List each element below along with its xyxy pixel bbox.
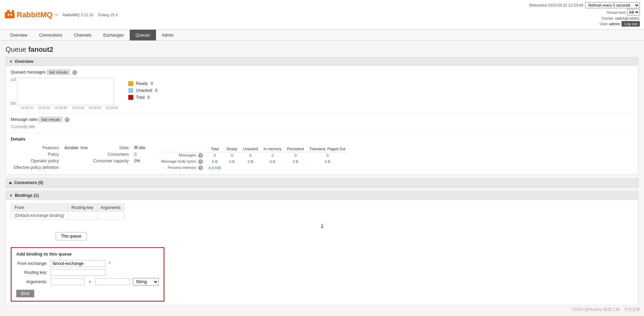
- stats-messages-persistent: 0: [284, 152, 307, 159]
- from-exchange-row: From exchange: *: [16, 260, 159, 267]
- effective-policy-value: [62, 164, 90, 171]
- time-range-badge[interactable]: last minute: [47, 69, 70, 75]
- legend-ready: Ready 0: [128, 81, 157, 86]
- top-right: Refreshed 2023-03-22 21:53:09 Refresh ev…: [529, 2, 640, 27]
- messages-help-icon[interactable]: ?: [198, 153, 203, 158]
- cluster-row: Cluster rabbit@rabbit1: [529, 16, 640, 20]
- nav-exchanges[interactable]: Exchanges: [97, 30, 129, 40]
- stats-processmem-ready: [224, 165, 240, 171]
- svg-rect-0: [5, 12, 15, 18]
- stats-table: Total Ready Unacked In memory Persistent…: [158, 146, 348, 171]
- nav-connections[interactable]: Connections: [33, 30, 68, 40]
- stats-row-process-memory: Process memory ? 6.8 KiB: [158, 165, 348, 171]
- arguments-type-select[interactable]: String Number Boolean: [133, 278, 159, 286]
- bindings-table: From Routing key Arguments (Default exch…: [11, 203, 125, 220]
- operator-policy-value: [62, 158, 90, 164]
- chart-y-bottom: 0.0: [11, 102, 16, 105]
- details-label: Details: [11, 136, 633, 142]
- overview-section: ▼ Overview Queued messages last minute ?…: [6, 57, 638, 175]
- navbar: Overview Connections Channels Exchanges …: [0, 30, 644, 41]
- arguments-val-input[interactable]: [95, 278, 130, 285]
- bodybytes-help-icon[interactable]: ?: [198, 159, 203, 164]
- stats-messages-transient: 0: [307, 152, 348, 159]
- stats-processmem-total: 6.8 KiB: [206, 165, 223, 171]
- operator-policy-label: Operator policy: [11, 158, 62, 164]
- stats-col-unacked: Unacked: [240, 146, 261, 152]
- chart-x-label-4: 21:52:40: [72, 106, 84, 109]
- svg-rect-4: [10, 14, 12, 16]
- overview-section-header[interactable]: ▼ Overview: [6, 57, 638, 66]
- stats-col-persistent: Persistent: [284, 146, 307, 152]
- chart-y-top: 1.0: [11, 78, 16, 82]
- nav-overview[interactable]: Overview: [4, 30, 33, 40]
- logo-tm: TM: [54, 13, 58, 17]
- features-label: Features: [11, 144, 62, 151]
- logo: RabbitMQ TM: [4, 9, 58, 20]
- consumers-section: ▶ Consumers (0): [6, 178, 638, 188]
- arguments-key-input[interactable]: [50, 278, 85, 285]
- logout-button[interactable]: Log out: [622, 21, 640, 27]
- stats-messages-total: 0: [206, 152, 223, 159]
- binding-arrow-icon: ⇓: [11, 222, 633, 230]
- nav-queues[interactable]: Queues: [130, 30, 156, 40]
- page-title: Queue fanout2: [6, 46, 638, 54]
- stats-messages-inmemory: 0: [261, 152, 284, 159]
- vhost-select[interactable]: All: [627, 9, 640, 16]
- legend-total-color-icon: [128, 95, 133, 100]
- chart-x-label-3: 21:52:30: [55, 106, 67, 109]
- consumer-capacity-value: 0%: [131, 158, 148, 164]
- details-area: Features durable: true State idle Policy…: [11, 144, 633, 171]
- cluster-value: rabbit@rabbit1: [615, 16, 640, 20]
- legend-total-label: Total: [136, 95, 145, 100]
- bindings-row-1-arguments: [97, 212, 124, 220]
- stats-row-messages: Messages ? 0 0 0 0 0 0: [158, 152, 348, 159]
- bindings-row-1-routing-key: [68, 212, 97, 220]
- queued-messages-area: Queued messages last minute ?: [11, 69, 633, 75]
- effective-policy-label: Effective policy definition: [11, 164, 62, 171]
- chart-area: 1.0 0.0 21:52:10 21:52:20 21:52:30 21:52…: [11, 78, 118, 109]
- bindings-section: ▼ Bindings (1) From Routing key Argument…: [6, 191, 638, 305]
- bindings-section-header[interactable]: ▼ Bindings (1): [6, 191, 638, 200]
- currently-idle: Currently idle: [11, 124, 633, 129]
- legend-ready-color-icon: [128, 81, 133, 86]
- chart-x-label-2: 21:52:20: [38, 106, 50, 109]
- message-rates-badge[interactable]: last minute: [39, 117, 62, 122]
- from-exchange-input[interactable]: [50, 260, 105, 267]
- routing-key-row: Routing key:: [16, 269, 159, 276]
- bind-button[interactable]: Bind: [16, 290, 34, 297]
- consumers-label: Consumers: [91, 151, 132, 157]
- queued-messages-help-icon[interactable]: ?: [72, 70, 77, 75]
- stats-messages-ready: 0: [224, 152, 240, 159]
- bindings-col-arguments: Arguments: [97, 204, 124, 212]
- overview-section-label: Overview: [15, 59, 33, 64]
- stats-col-ready: Ready: [224, 146, 240, 152]
- processmem-help-icon[interactable]: ?: [198, 165, 203, 170]
- chart-container: 1.0 0.0 21:52:10 21:52:20 21:52:30 21:52…: [11, 78, 633, 109]
- refresh-select[interactable]: Refresh every 5 seconds Refresh every 10…: [585, 2, 640, 8]
- queued-messages-label: Queued messages: [11, 70, 46, 75]
- chart-y-labels: 1.0 0.0: [11, 78, 17, 105]
- routing-key-input[interactable]: [50, 269, 105, 276]
- legend-ready-value: 0: [151, 81, 153, 86]
- chart-box: [17, 78, 114, 105]
- consumers-section-header[interactable]: ▶ Consumers (0): [6, 179, 638, 187]
- policy-label: Policy: [11, 151, 62, 157]
- bindings-row-1: (Default exchange binding): [11, 212, 125, 220]
- this-queue-button[interactable]: This queue: [56, 232, 86, 240]
- chart-x-label-5: 21:52:50: [89, 106, 101, 109]
- nav-admin[interactable]: Admin: [156, 30, 180, 40]
- user-value: admin: [609, 22, 620, 26]
- bindings-col-from: From: [11, 204, 68, 212]
- message-rates-help-icon[interactable]: ?: [65, 117, 70, 122]
- nav-channels[interactable]: Channels: [68, 30, 98, 40]
- consumers-section-label: Consumers (0): [14, 180, 43, 185]
- stats-col-total: Total: [206, 146, 223, 152]
- stats-messages-label: Messages ?: [158, 152, 206, 159]
- stats-bodybytes-persistent: 0 B: [284, 159, 307, 165]
- message-rates-label: Message rates: [11, 117, 38, 122]
- rabbitmq-logo-icon: [4, 9, 15, 20]
- svg-rect-1: [7, 10, 10, 13]
- bindings-col-routing-key: Routing key: [68, 204, 97, 212]
- bindings-section-body: From Routing key Arguments (Default exch…: [6, 200, 638, 305]
- bindings-arrow-icon: ▼: [9, 194, 13, 198]
